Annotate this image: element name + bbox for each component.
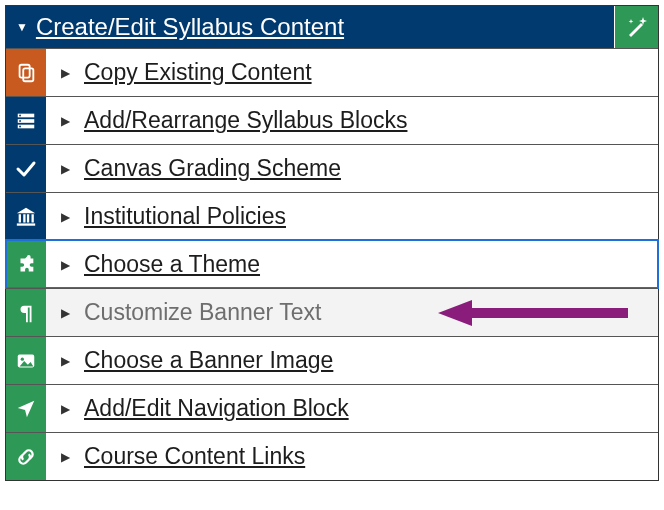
nav-arrow-icon (6, 385, 46, 432)
pilcrow-icon (6, 289, 46, 336)
chevron-right-icon: ▶ (60, 114, 70, 128)
chevron-right-icon: ▶ (60, 258, 70, 272)
row-choose-banner-image[interactable]: ▶ Choose a Banner Image (6, 336, 658, 384)
svg-rect-11 (32, 214, 34, 222)
svg-rect-9 (23, 214, 25, 222)
row-body: ▶ Customize Banner Text (46, 289, 658, 336)
magic-wand-button[interactable] (614, 6, 658, 48)
panel-title[interactable]: Create/Edit Syllabus Content (36, 13, 344, 41)
svg-rect-8 (19, 214, 21, 222)
chevron-right-icon: ▶ (60, 210, 70, 224)
chevron-right-icon: ▶ (60, 450, 70, 464)
chevron-right-icon: ▶ (60, 162, 70, 176)
row-label[interactable]: Choose a Theme (84, 251, 260, 278)
row-label[interactable]: Canvas Grading Scheme (84, 155, 341, 182)
row-body: ▶ Add/Rearrange Syllabus Blocks (46, 97, 658, 144)
row-institutional-policies[interactable]: ▶ Institutional Policies (6, 192, 658, 240)
svg-point-7 (19, 125, 21, 127)
row-add-edit-navigation-block[interactable]: ▶ Add/Edit Navigation Block (6, 384, 658, 432)
row-body: ▶ Canvas Grading Scheme (46, 145, 658, 192)
svg-rect-1 (23, 68, 33, 81)
row-label[interactable]: Course Content Links (84, 443, 305, 470)
image-icon (6, 337, 46, 384)
panel-header-main[interactable]: ▼ Create/Edit Syllabus Content (6, 6, 614, 48)
link-icon (6, 433, 46, 480)
chevron-right-icon: ▶ (60, 402, 70, 416)
blocks-icon (6, 97, 46, 144)
row-body: ▶ Copy Existing Content (46, 49, 658, 96)
svg-rect-10 (27, 214, 29, 222)
row-copy-existing-content[interactable]: ▶ Copy Existing Content (6, 48, 658, 96)
panel-header: ▼ Create/Edit Syllabus Content (6, 6, 658, 48)
row-label[interactable]: Customize Banner Text (84, 299, 321, 326)
svg-point-5 (19, 114, 21, 116)
row-body: ▶ Institutional Policies (46, 193, 658, 240)
row-body: ▶ Choose a Theme (46, 241, 658, 288)
svg-point-16 (21, 357, 24, 360)
row-body: ▶ Choose a Banner Image (46, 337, 658, 384)
row-body: ▶ Add/Edit Navigation Block (46, 385, 658, 432)
syllabus-panel: ▼ Create/Edit Syllabus Content ▶ Copy Ex… (5, 5, 659, 481)
svg-rect-12 (17, 223, 35, 225)
row-course-content-links[interactable]: ▶ Course Content Links (6, 432, 658, 480)
row-label[interactable]: Add/Edit Navigation Block (84, 395, 349, 422)
chevron-right-icon: ▶ (60, 66, 70, 80)
puzzle-icon (6, 241, 46, 288)
row-body: ▶ Course Content Links (46, 433, 658, 480)
chevron-down-icon: ▼ (16, 20, 28, 34)
row-label[interactable]: Copy Existing Content (84, 59, 312, 86)
row-label[interactable]: Choose a Banner Image (84, 347, 333, 374)
row-customize-banner-text[interactable]: ▶ Customize Banner Text (6, 288, 658, 336)
row-choose-theme[interactable]: ▶ Choose a Theme (6, 240, 658, 288)
check-icon (6, 145, 46, 192)
row-label[interactable]: Add/Rearrange Syllabus Blocks (84, 107, 407, 134)
row-canvas-grading-scheme[interactable]: ▶ Canvas Grading Scheme (6, 144, 658, 192)
copy-icon (6, 49, 46, 96)
chevron-right-icon: ▶ (60, 354, 70, 368)
row-add-rearrange-blocks[interactable]: ▶ Add/Rearrange Syllabus Blocks (6, 96, 658, 144)
svg-rect-0 (20, 64, 30, 77)
svg-point-6 (19, 120, 21, 122)
institution-icon (6, 193, 46, 240)
row-label[interactable]: Institutional Policies (84, 203, 286, 230)
chevron-right-icon: ▶ (60, 306, 70, 320)
magic-wand-icon (625, 15, 649, 39)
